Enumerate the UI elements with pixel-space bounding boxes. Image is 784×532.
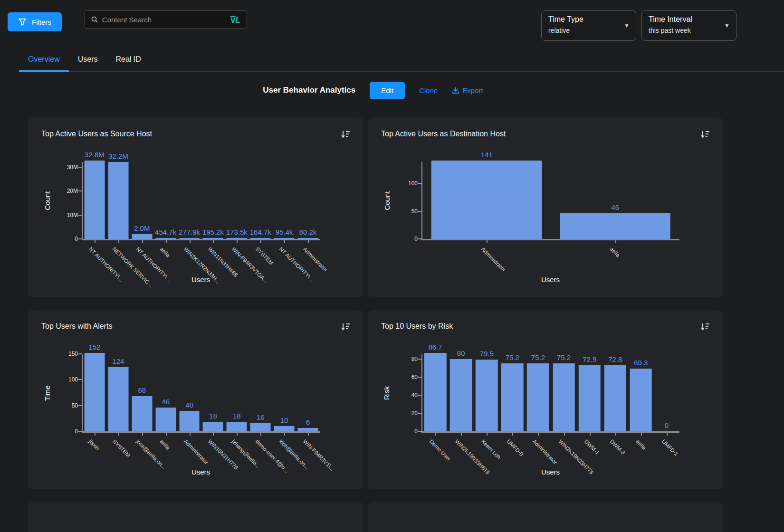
tab-bar: Overview Users Real ID — [19, 50, 784, 72]
x-tick-label: jiaxin — [88, 438, 101, 451]
time-type-select[interactable]: Time Type relative ▼ — [541, 10, 636, 41]
bar-value-label: 6 — [306, 418, 310, 426]
sort-descending-icon — [700, 130, 710, 139]
lucene-query-icon[interactable]: ⊽L — [229, 14, 241, 25]
time-controls: Time Type relative ▼ Time Interval this … — [541, 10, 736, 41]
bar-value-label: 79.5 — [480, 350, 494, 358]
bar-value-label: 46 — [611, 203, 619, 211]
bar[interactable] — [132, 396, 152, 431]
sort-button[interactable] — [341, 322, 350, 332]
x-tick-label: DWM-1 — [583, 438, 600, 456]
y-tick-label: 80 — [394, 356, 418, 362]
time-interval-label: Time Interval — [649, 15, 718, 24]
y-tick-mark — [418, 377, 421, 378]
bar[interactable] — [274, 426, 295, 431]
clone-button[interactable]: Clone — [419, 86, 438, 95]
dashboard-toolbar: User Behavior Analytics Edit Clone Expor… — [0, 72, 765, 109]
y-tick-mark — [418, 395, 421, 396]
plot-area: Time050100150152124684640181816106 — [82, 354, 320, 433]
card-partial — [28, 502, 363, 532]
bar-value-label: 195.2k — [202, 228, 224, 236]
bar[interactable] — [84, 161, 105, 239]
tab-users[interactable]: Users — [69, 50, 107, 72]
content-search-box[interactable]: ⊽L — [85, 10, 247, 28]
x-tick-label: Administrator — [302, 246, 328, 273]
tab-overview[interactable]: Overview — [19, 50, 69, 72]
x-tick-label: UMFD-0 — [506, 438, 525, 457]
bar-value-label: 86.7 — [428, 343, 442, 351]
sort-button[interactable] — [341, 130, 350, 139]
bar-value-label: 124 — [112, 357, 124, 365]
x-axis-title: Users — [421, 276, 679, 284]
y-tick-mark — [418, 183, 421, 184]
bar[interactable] — [227, 238, 247, 239]
bar[interactable] — [560, 213, 670, 239]
bar[interactable] — [203, 238, 223, 239]
bar-value-label: 10 — [280, 416, 288, 424]
chart-title: Top 10 Users by Risk — [381, 322, 453, 331]
bar-value-label: 46 — [162, 398, 170, 406]
bar[interactable] — [179, 238, 200, 239]
bar[interactable] — [431, 161, 542, 239]
x-axis-zone: NT AUTHORITY\...NETWORK SERVIC...NT AUTH… — [82, 240, 320, 290]
bar[interactable] — [250, 238, 271, 239]
dashboard-grid: Top Active Users as Source Host Count010… — [28, 117, 780, 489]
sort-button[interactable] — [700, 322, 710, 332]
bar[interactable] — [203, 422, 223, 431]
x-tick-label: aella — [609, 246, 621, 258]
top-bar: Filters ⊽L Time Type relative ▼ Time Int… — [0, 0, 784, 39]
bar[interactable] — [298, 238, 318, 239]
bar[interactable] — [298, 428, 318, 431]
bar[interactable] — [630, 369, 652, 431]
bar[interactable] — [476, 360, 498, 431]
edit-button[interactable]: Edit — [370, 82, 405, 99]
bar-value-label: 72.9 — [583, 355, 596, 363]
x-tick-label: DWM-3 — [609, 438, 626, 456]
bar-value-label: 152 — [88, 343, 100, 351]
bar[interactable] — [450, 359, 472, 431]
bar-value-label: 72.8 — [608, 355, 622, 363]
y-tick-label: 20 — [394, 410, 418, 417]
time-interval-select[interactable]: Time Interval this past week ▼ — [641, 10, 736, 41]
bar[interactable] — [179, 411, 200, 431]
bar[interactable] — [604, 365, 626, 431]
bar-value-label: 32.2M — [108, 152, 128, 160]
bar[interactable] — [501, 363, 524, 431]
plot-area: Count05010014146 — [421, 162, 679, 240]
content-search-input[interactable] — [102, 16, 226, 24]
y-tick-mark — [78, 405, 82, 406]
sort-button[interactable] — [700, 130, 710, 139]
chevron-down-icon: ▼ — [724, 22, 730, 29]
bar[interactable] — [108, 367, 128, 431]
bar[interactable] — [84, 353, 105, 431]
bar[interactable] — [274, 238, 295, 239]
download-icon — [452, 86, 459, 94]
bar-value-label: 454.7k — [155, 228, 176, 236]
bar[interactable] — [527, 363, 549, 431]
bar-value-label: 18 — [233, 412, 241, 420]
y-tick-label: 60 — [394, 374, 418, 380]
export-button[interactable]: Export — [452, 86, 483, 95]
tab-real-id[interactable]: Real ID — [106, 50, 150, 72]
bar[interactable] — [108, 162, 128, 239]
y-tick-mark — [418, 413, 421, 414]
bar[interactable] — [132, 234, 152, 239]
time-type-label: Time Type — [548, 15, 618, 24]
bar[interactable] — [578, 365, 601, 431]
bar-value-label: 18 — [209, 412, 217, 420]
chart-title: Top Users with Alerts — [41, 322, 112, 331]
bar-value-label: 75.2 — [506, 353, 519, 361]
bar[interactable] — [155, 408, 176, 431]
bar[interactable] — [250, 423, 271, 431]
bar[interactable] — [227, 422, 247, 431]
bar[interactable] — [424, 353, 447, 431]
bar[interactable] — [553, 363, 575, 431]
card-top-10-users-by-risk: Top 10 Users by Risk Risk02040608086.780… — [368, 310, 723, 489]
y-axis-title: Count — [42, 162, 52, 239]
bar[interactable] — [155, 238, 176, 239]
filters-button[interactable]: Filters — [8, 12, 62, 31]
y-tick-label: 0 — [54, 428, 78, 435]
time-type-value: relative — [548, 27, 618, 34]
bar-value-label: 95.4k — [276, 228, 293, 236]
y-tick-mark — [78, 167, 82, 168]
